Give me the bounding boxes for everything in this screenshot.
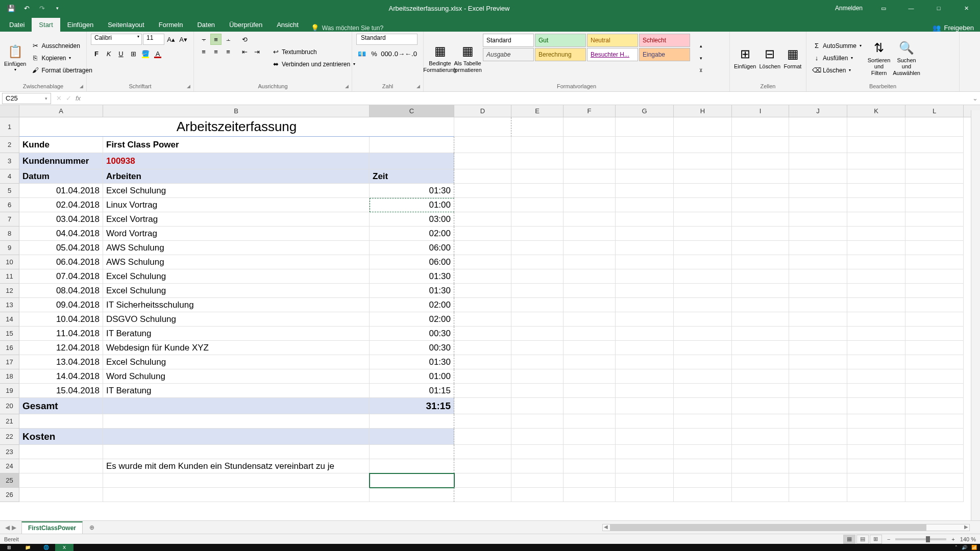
cell[interactable] [370,414,454,429]
cell[interactable] [616,153,674,169]
edge-icon[interactable]: 🌐 [37,544,55,551]
cell[interactable] [511,153,564,169]
cell[interactable] [674,184,732,198]
font-color-button[interactable]: A [152,48,163,59]
row-header[interactable]: 17 [0,355,19,369]
cell[interactable] [370,445,454,459]
cell[interactable] [511,488,564,502]
cell[interactable] [511,327,564,341]
cell[interactable] [789,284,847,298]
cell[interactable] [732,241,789,255]
cell[interactable] [454,445,511,459]
cell[interactable] [454,312,511,327]
vertical-scrollbar[interactable] [971,110,980,520]
cell[interactable] [789,241,847,255]
cell[interactable]: 12.04.2018 [19,341,103,355]
decrease-indent-icon[interactable]: ⇤ [239,46,250,57]
cell[interactable]: 01.04.2018 [19,184,103,198]
number-format-select[interactable]: Standard [356,34,418,45]
dialog-launcher-icon[interactable]: ◢ [185,83,191,89]
row-header[interactable]: 23 [0,445,19,459]
cell[interactable] [511,459,564,473]
row-header[interactable]: 4 [0,169,19,184]
cell[interactable] [511,269,564,284]
cell[interactable]: IT Sicherheitsschulung [103,298,370,312]
cell[interactable] [674,227,732,241]
cell-title[interactable]: Arbeitszeiterfassung [19,117,454,137]
cell[interactable] [732,429,789,445]
cell[interactable]: 01:15 [370,384,454,398]
cell[interactable]: 01:30 [370,355,454,369]
align-middle-icon[interactable]: ≡ [210,34,222,45]
row-header[interactable]: 26 [0,488,19,502]
cell[interactable]: Es wurde mit dem Kunden ein Stundensatz … [103,459,370,473]
cell[interactable]: 08.04.2018 [19,284,103,298]
cell[interactable]: 02:00 [370,298,454,312]
cell[interactable] [674,488,732,502]
minimize-icon[interactable]: — [899,0,923,16]
cell[interactable] [564,414,616,429]
cell[interactable] [847,117,905,137]
style-ausgabe[interactable]: Ausgabe [483,48,534,61]
cell[interactable] [511,212,564,227]
cell[interactable]: 02.04.2018 [19,198,103,212]
cell[interactable] [511,117,564,137]
cell[interactable] [905,384,964,398]
cell[interactable] [616,398,674,414]
cell[interactable]: 10.04.2018 [19,312,103,327]
cell[interactable] [616,459,674,473]
cell[interactable] [905,488,964,502]
cell[interactable] [674,153,732,169]
cell[interactable] [454,153,511,169]
style-besucht[interactable]: Besuchter H... [587,48,638,61]
cell[interactable] [616,488,674,502]
row-header[interactable]: 14 [0,312,19,327]
cell[interactable] [732,212,789,227]
cell[interactable] [905,312,964,327]
cell[interactable] [564,488,616,502]
cell[interactable] [511,198,564,212]
cell[interactable] [454,429,511,445]
tab-ueberpruefen[interactable]: Überprüfen [222,18,270,32]
cell[interactable] [564,327,616,341]
cell[interactable]: 01:30 [370,284,454,298]
cell[interactable] [511,445,564,459]
cell[interactable] [511,429,564,445]
cell[interactable] [732,414,789,429]
cell[interactable] [564,384,616,398]
ribbon-display-icon[interactable]: ▭ [872,0,895,16]
cancel-formula-icon[interactable]: ✕ [56,94,62,102]
cell[interactable] [511,255,564,269]
style-schlecht[interactable]: Schlecht [639,34,690,47]
cell[interactable] [19,445,103,459]
cell[interactable] [905,327,964,341]
cell[interactable] [847,284,905,298]
cell[interactable] [789,269,847,284]
cell[interactable] [511,384,564,398]
cell[interactable] [732,312,789,327]
clear-button[interactable]: ⌫Löschen▾ [811,65,864,76]
cell[interactable] [847,327,905,341]
cell[interactable] [847,298,905,312]
cell[interactable] [789,255,847,269]
cell[interactable] [511,137,564,153]
select-all-corner[interactable] [0,105,19,117]
cell[interactable] [564,137,616,153]
cell[interactable] [847,369,905,384]
row-header[interactable]: 6 [0,198,19,212]
cell[interactable] [732,284,789,298]
row-header[interactable]: 7 [0,212,19,227]
cell[interactable]: Word Schulung [103,369,370,384]
cell[interactable]: 01:30 [370,269,454,284]
cell[interactable] [732,198,789,212]
cell[interactable] [564,341,616,355]
cell[interactable]: Excel Schulung [103,269,370,284]
cell[interactable] [616,212,674,227]
cell[interactable] [732,384,789,398]
cell[interactable] [905,398,964,414]
cell[interactable] [847,473,905,488]
cell[interactable] [564,153,616,169]
cell[interactable] [511,298,564,312]
row-header[interactable]: 20 [0,398,19,414]
row-header[interactable]: 19 [0,384,19,398]
